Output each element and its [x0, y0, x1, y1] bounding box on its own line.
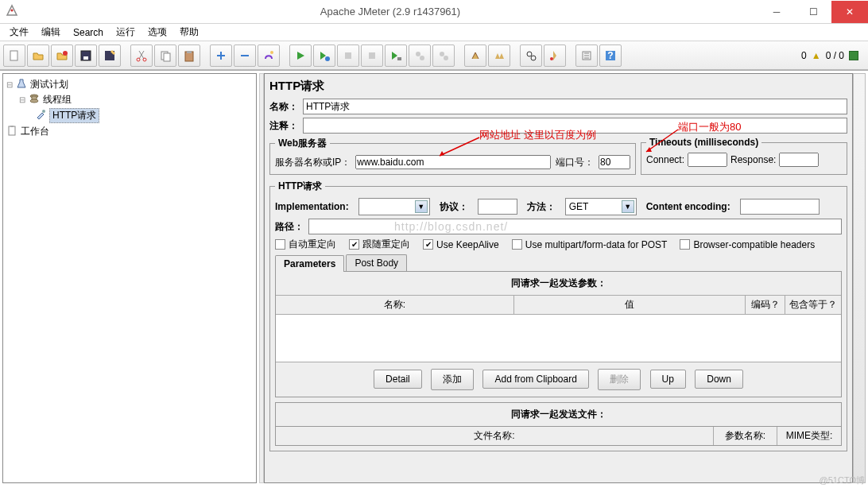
col-file: 文件名称:: [276, 427, 714, 445]
down-button[interactable]: Down: [695, 370, 743, 389]
add-clipboard-button[interactable]: Add from Clipboard: [482, 370, 588, 389]
port-label: 端口号：: [556, 156, 594, 169]
name-input[interactable]: [303, 99, 847, 114]
menu-options[interactable]: 选项: [143, 24, 172, 41]
chevron-down-icon: ▼: [622, 200, 634, 213]
svg-point-17: [416, 52, 420, 56]
save-as-icon[interactable]: [99, 45, 121, 67]
response-input[interactable]: [779, 153, 819, 167]
detail-button[interactable]: Detail: [374, 370, 422, 389]
status-thread-count: 0 / 0: [826, 50, 844, 61]
svg-rect-1: [10, 51, 17, 60]
svg-point-23: [550, 57, 553, 60]
host-input[interactable]: [355, 155, 551, 169]
svg-rect-32: [10, 126, 14, 127]
expand-icon[interactable]: [210, 45, 232, 67]
svg-point-21: [527, 52, 532, 56]
impl-select[interactable]: ▼: [358, 198, 430, 215]
reset-search-icon[interactable]: [544, 45, 566, 67]
cut-icon[interactable]: [130, 45, 153, 67]
open-icon[interactable]: [27, 45, 49, 67]
start-icon[interactable]: [289, 45, 312, 67]
clear-icon[interactable]: [464, 45, 486, 67]
keepalive-check[interactable]: ✔Use KeepAlive: [423, 239, 499, 250]
help-icon[interactable]: ?: [599, 45, 622, 67]
files-title: 同请求一起发送文件：: [275, 402, 842, 426]
app-icon: [5, 3, 22, 21]
remote-start-icon[interactable]: [385, 45, 407, 67]
path-label: 路径：: [275, 220, 304, 234]
remote-shutdown-icon[interactable]: [432, 45, 455, 67]
connect-input[interactable]: [688, 153, 727, 167]
svg-point-6: [137, 58, 140, 61]
close-button[interactable]: ✕: [831, 1, 868, 23]
params-table-header: 名称: 值 编码？ 包含等于？: [276, 296, 841, 315]
shutdown-icon[interactable]: [361, 45, 383, 67]
menu-search[interactable]: Search: [68, 25, 108, 40]
svg-rect-9: [164, 53, 170, 61]
svg-point-19: [440, 52, 444, 56]
svg-point-7: [143, 58, 146, 61]
auto-redirect-check[interactable]: 自动重定向: [275, 238, 336, 251]
tab-parameters[interactable]: Parameters: [275, 255, 344, 272]
svg-rect-15: [369, 52, 375, 59]
impl-label: Implementation:: [275, 201, 349, 212]
method-select[interactable]: GET▼: [565, 198, 637, 215]
tree-http-request[interactable]: HTTP请求: [6, 107, 253, 124]
start-no-pause-icon[interactable]: [313, 45, 335, 67]
tree-workbench[interactable]: 工作台: [6, 124, 253, 139]
toggle-icon[interactable]: [258, 45, 280, 67]
add-button[interactable]: 添加: [431, 369, 474, 390]
maximize-button[interactable]: ☐: [795, 1, 831, 23]
timeouts-legend: Timeouts (milliseconds): [646, 137, 761, 148]
tree-panel[interactable]: ⊟ 测试计划 ⊟ 线程组 HTTP请求 工作台: [2, 73, 257, 483]
svg-point-13: [325, 56, 330, 61]
encoding-label: Content encoding:: [646, 201, 730, 212]
follow-redirect-check[interactable]: ✔跟随重定向: [349, 238, 410, 251]
comment-input[interactable]: [303, 118, 847, 134]
svg-rect-4: [83, 56, 88, 60]
col-encode: 编码？: [746, 296, 785, 314]
scrollbar[interactable]: [853, 73, 866, 483]
http-legend: HTTP请求: [275, 180, 325, 193]
files-table-header: 文件名称: 参数名称: MIME类型:: [275, 426, 842, 446]
copy-icon[interactable]: [154, 45, 176, 67]
proto-input[interactable]: [478, 199, 517, 215]
menu-help[interactable]: 帮助: [175, 24, 203, 41]
encoding-input[interactable]: [740, 199, 820, 215]
menu-file[interactable]: 文件: [5, 24, 33, 41]
search-tb-icon[interactable]: [520, 45, 542, 67]
params-table-body[interactable]: [276, 315, 841, 362]
multipart-check[interactable]: Use multipart/form-data for POST: [512, 239, 668, 250]
up-button[interactable]: Up: [650, 370, 686, 389]
tab-post-body[interactable]: Post Body: [346, 254, 407, 271]
path-input[interactable]: [308, 219, 842, 234]
remote-stop-icon[interactable]: [409, 45, 431, 67]
params-title: 同请求一起发送参数：: [276, 272, 841, 296]
new-icon[interactable]: [3, 45, 25, 67]
svg-point-2: [63, 51, 68, 56]
main-area: ⊟ 测试计划 ⊟ 线程组 HTTP请求 工作台 HTTP请求 名称： 注释: [0, 70, 868, 486]
svg-point-12: [270, 51, 273, 54]
pipette-icon: [35, 109, 46, 122]
http-request-group: HTTP请求 Implementation: ▼ 协议： 方法： GET▼ Co…: [269, 180, 847, 451]
config-panel: HTTP请求 名称： 注释： Web服务器 服务器名称或IP： 端口号：: [264, 73, 853, 483]
clear-all-icon[interactable]: [488, 45, 510, 67]
port-input[interactable]: [599, 155, 630, 169]
toolbar: ? 0 ▲ 0 / 0: [0, 41, 868, 70]
tree-test-plan[interactable]: ⊟ 测试计划: [6, 77, 253, 92]
close-file-icon[interactable]: [51, 45, 73, 67]
save-icon[interactable]: [75, 45, 97, 67]
minimize-button[interactable]: ─: [758, 1, 795, 23]
stop-icon[interactable]: [337, 45, 359, 67]
browser-headers-check[interactable]: Browser-compatible headers: [680, 239, 815, 250]
tree-thread-group[interactable]: ⊟ 线程组: [6, 92, 253, 107]
chevron-down-icon: ▼: [415, 200, 428, 213]
paste-icon[interactable]: [178, 45, 200, 67]
delete-button[interactable]: 删除: [598, 369, 641, 390]
collapse-icon[interactable]: [234, 45, 256, 67]
menu-edit[interactable]: 编辑: [37, 24, 65, 41]
web-server-group: Web服务器 服务器名称或IP： 端口号：: [269, 137, 636, 175]
menu-run[interactable]: 运行: [111, 24, 140, 41]
function-icon[interactable]: [575, 45, 598, 67]
